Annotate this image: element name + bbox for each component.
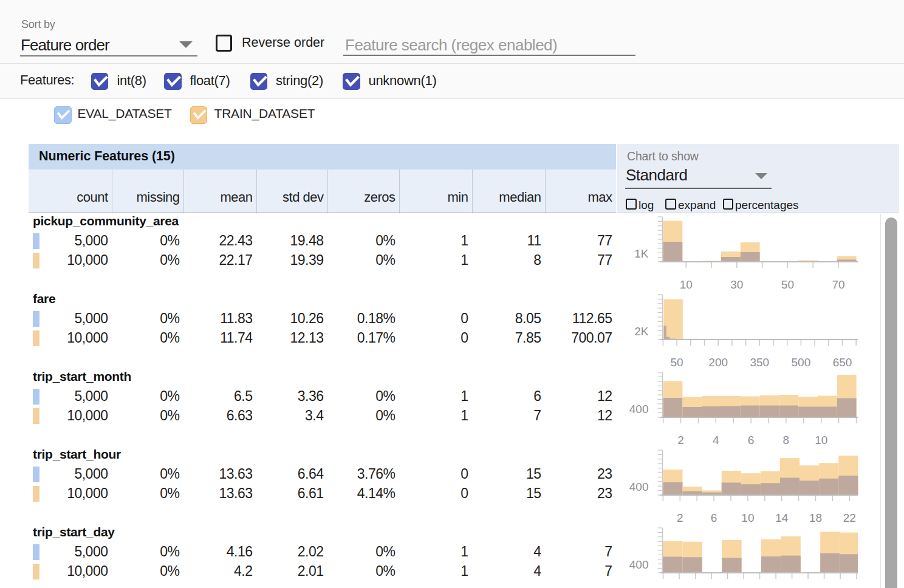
svg-text:500: 500	[792, 356, 811, 369]
svg-text:350: 350	[750, 356, 769, 369]
svg-text:8: 8	[783, 434, 790, 446]
svg-text:70: 70	[832, 278, 844, 291]
svg-text:650: 650	[833, 356, 852, 369]
svg-text:2: 2	[677, 434, 684, 446]
svg-text:1K: 1K	[634, 247, 649, 260]
svg-text:10: 10	[741, 511, 754, 524]
svg-text:6: 6	[748, 434, 755, 446]
svg-text:6: 6	[711, 511, 717, 524]
svg-text:400: 400	[629, 480, 649, 493]
svg-text:200: 200	[708, 356, 728, 369]
svg-text:4: 4	[713, 434, 719, 446]
svg-text:22: 22	[843, 511, 856, 524]
svg-text:30: 30	[730, 278, 743, 291]
svg-text:10: 10	[680, 278, 693, 291]
svg-text:18: 18	[809, 511, 822, 524]
svg-text:400: 400	[629, 558, 649, 571]
svg-text:400: 400	[629, 403, 649, 415]
svg-text:50: 50	[781, 278, 794, 291]
svg-text:2: 2	[677, 511, 683, 524]
svg-text:2K: 2K	[634, 325, 649, 338]
svg-text:50: 50	[671, 356, 683, 369]
svg-text:14: 14	[775, 511, 789, 524]
svg-text:10: 10	[815, 434, 827, 446]
